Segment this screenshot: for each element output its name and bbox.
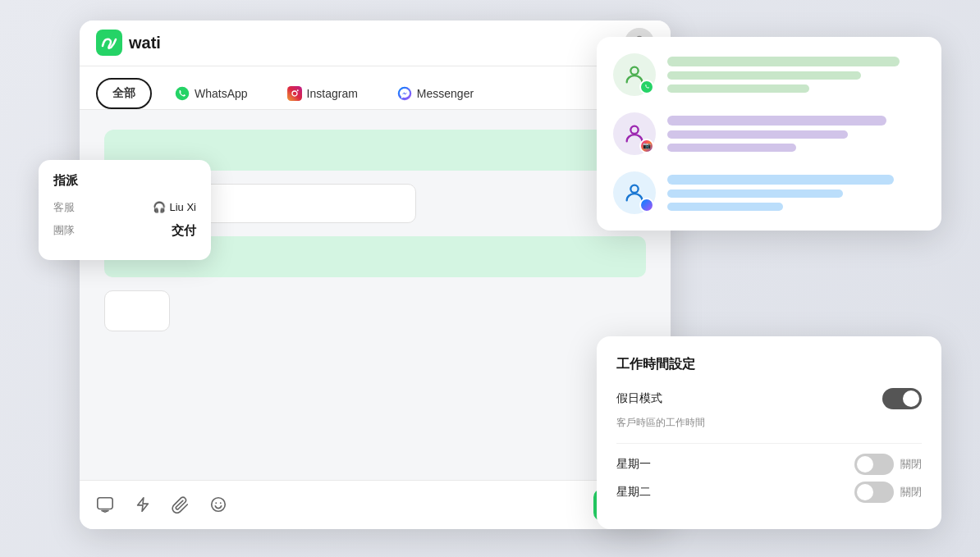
assign-customer-row: 客服 🎧 Liu Xi (53, 200, 196, 215)
assign-customer-label: 客服 (53, 200, 75, 215)
contact-lines-1 (667, 57, 925, 93)
contact-line (667, 116, 886, 126)
monday-toggle-group: 關閉 (854, 454, 922, 475)
contact-line (667, 130, 848, 139)
contact-line (667, 84, 809, 93)
tuesday-row: 星期二 關閉 (616, 482, 922, 503)
tuesday-toggle[interactable] (854, 482, 894, 503)
tab-messenger[interactable]: Messenger (381, 78, 490, 109)
svg-rect-7 (98, 498, 112, 509)
tab-whatsapp[interactable]: WhatsApp (158, 78, 264, 109)
contact-line (667, 175, 894, 185)
divider (616, 443, 922, 444)
whatsapp-icon (175, 86, 190, 101)
tuesday-status: 關閉 (900, 485, 922, 500)
logo-area: wati (96, 30, 161, 56)
tuesday-toggle-group: 關閉 (854, 482, 922, 503)
assign-popup-title: 指派 (53, 173, 196, 189)
monday-row: 星期一 關閉 (616, 454, 922, 475)
contact-lines-3 (667, 175, 925, 211)
monday-label: 星期一 (616, 457, 651, 472)
monday-toggle[interactable] (854, 454, 894, 475)
tab-bar: 全部 WhatsApp (80, 66, 671, 110)
assign-team-row: 團隊 交付 (53, 223, 196, 239)
contact-item-instagram: 📷 (613, 112, 925, 155)
tuesday-label: 星期二 (616, 485, 651, 500)
contact-avatar-whatsapp (613, 53, 656, 96)
contact-avatar-messenger (613, 171, 656, 214)
contact-line (667, 203, 783, 211)
lightning-icon[interactable] (131, 492, 155, 517)
whatsapp-badge (639, 80, 654, 94)
workhours-title: 工作時間設定 (616, 356, 922, 373)
svg-point-9 (215, 502, 217, 504)
svg-rect-3 (287, 86, 302, 101)
instagram-badge: 📷 (639, 139, 654, 153)
contact-item-whatsapp (613, 53, 925, 96)
svg-point-10 (220, 502, 222, 504)
workhours-panel: 工作時間設定 假日模式 客戶時區的工作時間 星期一 關閉 星期二 關閉 (597, 336, 941, 529)
chat-icon[interactable] (93, 492, 117, 517)
svg-point-8 (212, 498, 226, 512)
svg-point-12 (630, 126, 638, 133)
contact-avatar-instagram: 📷 (613, 112, 656, 155)
svg-point-2 (176, 86, 190, 100)
instagram-icon (287, 86, 302, 101)
headset-icon: 🎧 (153, 201, 166, 213)
assign-team-value: 交付 (172, 223, 196, 239)
svg-point-5 (296, 89, 298, 91)
tab-all[interactable]: 全部 (96, 78, 152, 109)
monday-status: 關閉 (900, 457, 922, 472)
svg-point-13 (630, 185, 638, 192)
client-timezone-label: 客戶時區的工作時間 (616, 416, 922, 430)
top-bar: wati (80, 21, 671, 66)
holiday-mode-toggle[interactable] (882, 388, 922, 409)
contact-line (667, 57, 900, 66)
wati-logo-icon (96, 30, 122, 56)
messenger-badge (639, 198, 654, 212)
small-input[interactable] (104, 290, 170, 331)
emoji-icon[interactable] (206, 492, 231, 517)
bottom-toolbar: 發送 (80, 480, 671, 529)
contact-line (667, 71, 861, 80)
contact-lines-2 (667, 116, 925, 152)
tab-instagram[interactable]: Instagram (271, 78, 374, 109)
attachment-icon[interactable] (168, 492, 193, 517)
assign-popup: 指派 客服 🎧 Liu Xi 團隊 交付 (39, 160, 211, 260)
assign-team-label: 團隊 (53, 223, 75, 238)
contact-line (667, 144, 796, 152)
contact-item-messenger (613, 171, 925, 214)
svg-point-11 (630, 66, 638, 74)
app-name: wati (129, 34, 161, 53)
svg-rect-0 (96, 30, 122, 56)
main-window: wati 全部 WhatsApp (80, 21, 671, 529)
holiday-mode-label: 假日模式 (616, 391, 662, 406)
assign-customer-value: 🎧 Liu Xi (153, 201, 196, 213)
contact-panel: 📷 (597, 37, 941, 231)
holiday-mode-row: 假日模式 (616, 388, 922, 409)
contact-line (667, 189, 843, 198)
messenger-icon (397, 86, 412, 101)
